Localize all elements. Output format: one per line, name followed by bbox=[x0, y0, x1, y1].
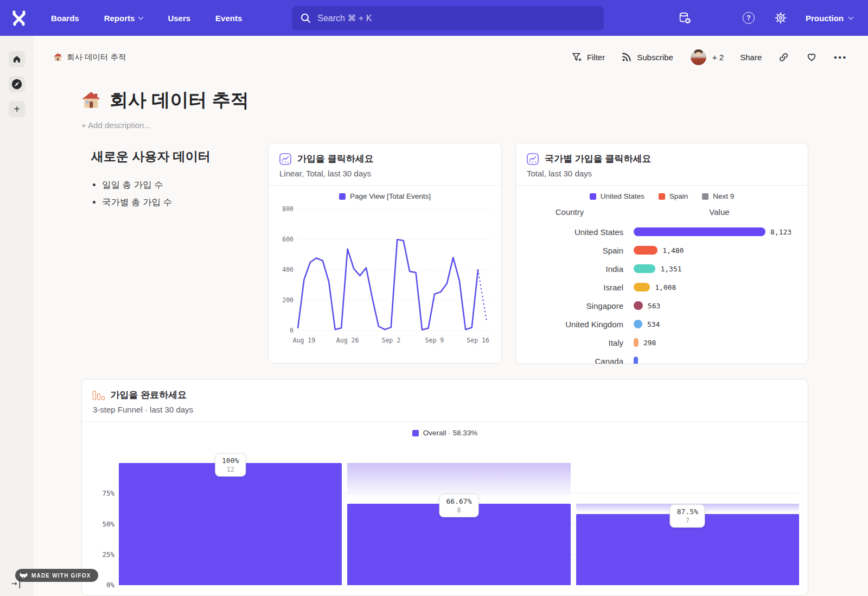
country-bar bbox=[634, 246, 658, 255]
line-chart-icon bbox=[279, 153, 291, 165]
add-board-button[interactable]: + bbox=[9, 101, 25, 117]
table-row[interactable]: Israel1,008 bbox=[516, 278, 808, 296]
nav-item-boards[interactable]: Boards bbox=[51, 14, 79, 23]
funnel-ytick: 50% bbox=[94, 520, 114, 528]
country-value: 1,008 bbox=[655, 283, 676, 291]
funnel-pct-label: 100% bbox=[222, 456, 239, 465]
funnel-value-badge[interactable]: 66.67%8 bbox=[439, 494, 479, 517]
legend-label: Next 9 bbox=[713, 192, 734, 200]
rss-icon bbox=[621, 52, 632, 62]
legend-entry[interactable]: Next 9 bbox=[702, 192, 734, 200]
navbar-right: ? Prouction bbox=[678, 11, 868, 25]
left-sidebar: + bbox=[0, 36, 34, 596]
funnel-step-3[interactable]: 87.5%7 bbox=[576, 463, 799, 585]
share-button[interactable]: Share bbox=[740, 53, 762, 62]
text-card-heading: 새로운 사용자 데이터 bbox=[91, 148, 268, 165]
page-title-text: 회사 데이터 추적 bbox=[110, 88, 249, 113]
funnel-value-badge[interactable]: 87.5%7 bbox=[670, 504, 705, 528]
text-card-bullets: 일일 총 가입 수국가별 총 가입 수 bbox=[81, 179, 268, 208]
settings-gear-icon[interactable] bbox=[774, 11, 788, 25]
country-value: 1,351 bbox=[660, 265, 681, 273]
funnel-count-label: 8 bbox=[446, 506, 472, 514]
country-label: Singapore bbox=[516, 301, 623, 310]
legend-label: Page View [Total Events] bbox=[350, 192, 431, 200]
data-management-icon[interactable] bbox=[678, 11, 692, 25]
cards-row-1: 새로운 사용자 데이터 일일 총 가입 수국가별 총 가입 수 가입을 클릭하세… bbox=[34, 130, 868, 364]
apps-grid-icon[interactable] bbox=[710, 11, 724, 25]
add-description[interactable]: + Add description... bbox=[81, 121, 868, 130]
link-icon bbox=[778, 52, 789, 63]
bar-rows: United States8,123Spain1,480India1,351Is… bbox=[516, 223, 808, 364]
favorite-button[interactable] bbox=[806, 51, 818, 63]
breadcrumb[interactable]: 회사 데이터 추적 bbox=[53, 52, 126, 62]
line-chart-svg: 0200400600800Aug 19Aug 26Sep 2Sep 9Sep 1… bbox=[272, 201, 498, 347]
collaborators[interactable]: + 2 bbox=[690, 48, 724, 66]
legend-entry[interactable]: Overall · 58.33% bbox=[412, 429, 478, 437]
collapse-sidebar-icon[interactable]: →| bbox=[11, 578, 22, 588]
table-row[interactable]: India1,351 bbox=[516, 259, 808, 278]
country-bar-card[interactable]: 국가별 가입을 클릭하세요 Total, last 30 days United… bbox=[515, 143, 808, 364]
bar-card-title: 국가별 가입을 클릭하세요 bbox=[545, 153, 651, 165]
search-input[interactable]: Search ⌘ + K bbox=[292, 6, 604, 30]
table-row[interactable]: United States8,123 bbox=[516, 223, 808, 241]
funnel-count-label: 12 bbox=[222, 466, 239, 473]
chevron-down-icon bbox=[848, 15, 854, 20]
funnel-card[interactable]: 가입을 완료하세요 3-step Funnel · last 30 days O… bbox=[81, 379, 808, 596]
svg-text:Sep 16: Sep 16 bbox=[467, 337, 489, 344]
breadcrumb-label: 회사 데이터 추적 bbox=[67, 52, 126, 62]
svg-text:Sep 9: Sep 9 bbox=[425, 337, 444, 344]
search-placeholder: Search ⌘ + K bbox=[317, 13, 372, 23]
top-navbar: BoardsReportsUsersEvents Search ⌘ + K ? bbox=[0, 0, 868, 36]
country-bar bbox=[634, 264, 655, 273]
funnel-value-badge[interactable]: 100%12 bbox=[215, 453, 246, 477]
subscribe-button[interactable]: Subscribe bbox=[621, 52, 673, 62]
funnel-step-1[interactable]: 100%12 bbox=[119, 463, 342, 585]
table-row[interactable]: United Kingdom534 bbox=[516, 315, 808, 333]
funnel-columns: 100%1266.67%887.5%7 bbox=[119, 463, 799, 585]
funnel-card-subtitle: 3-step Funnel · last 30 days bbox=[93, 405, 797, 414]
filter-button[interactable]: Filter bbox=[571, 52, 605, 62]
legend-entry[interactable]: Page View [Total Events] bbox=[339, 192, 431, 200]
svg-text:600: 600 bbox=[282, 236, 293, 243]
funnel-plot: 0%25%50%75%100%1266.67%887.5%7 bbox=[119, 463, 799, 585]
legend-entry[interactable]: Spain bbox=[659, 192, 688, 200]
more-options-button[interactable]: ••• bbox=[834, 53, 847, 62]
mixpanel-logo-icon[interactable] bbox=[11, 9, 27, 27]
nav-item-label: Events bbox=[215, 14, 242, 23]
page-title: 회사 데이터 추적 bbox=[81, 88, 868, 113]
table-row[interactable]: Canada bbox=[516, 352, 808, 364]
country-label: India bbox=[516, 264, 623, 274]
legend-entry[interactable]: United States bbox=[590, 192, 644, 200]
country-bar bbox=[634, 283, 650, 291]
legend-label: Spain bbox=[669, 192, 688, 200]
line-chart-plot: 0200400600800Aug 19Aug 26Sep 2Sep 9Sep 1… bbox=[269, 200, 501, 347]
gifox-badge: MADE WITH GIFOX bbox=[15, 569, 98, 582]
explore-compass-button[interactable] bbox=[9, 76, 25, 92]
funnel-legend: Overall · 58.33% bbox=[82, 422, 808, 437]
nav-item-users[interactable]: Users bbox=[168, 14, 190, 23]
copy-link-button[interactable] bbox=[778, 52, 789, 63]
legend-swatch-icon bbox=[339, 193, 346, 200]
nav-item-reports[interactable]: Reports bbox=[104, 14, 143, 23]
text-card[interactable]: 새로운 사용자 데이터 일일 총 가입 수국가별 총 가입 수 bbox=[81, 143, 268, 214]
country-value: 534 bbox=[647, 320, 660, 328]
table-row[interactable]: Spain1,480 bbox=[516, 241, 808, 259]
bullet-item: 국가별 총 가입 수 bbox=[102, 196, 268, 208]
search-icon bbox=[301, 13, 311, 23]
country-label: Spain bbox=[516, 246, 623, 255]
table-row[interactable]: Singapore563 bbox=[516, 296, 808, 315]
line-card-header: 가입을 클릭하세요 Linear, Total, last 30 days bbox=[269, 143, 501, 186]
country-bar bbox=[634, 227, 765, 236]
home-button[interactable] bbox=[9, 51, 25, 67]
filter-funnel-icon bbox=[571, 52, 582, 62]
funnel-step-2[interactable]: 66.67%8 bbox=[347, 463, 570, 585]
country-bar bbox=[634, 338, 639, 347]
project-switcher[interactable]: Prouction bbox=[806, 14, 853, 23]
nav-item-events[interactable]: Events bbox=[215, 14, 242, 23]
house-emoji-icon bbox=[81, 91, 101, 110]
bar-chart-legend: United StatesSpainNext 9 bbox=[516, 186, 808, 200]
help-icon[interactable]: ? bbox=[742, 11, 756, 25]
table-row[interactable]: Italy298 bbox=[516, 333, 808, 352]
line-chart-card[interactable]: 가입을 클릭하세요 Linear, Total, last 30 days Pa… bbox=[268, 143, 502, 364]
country-label: United States bbox=[516, 227, 623, 237]
